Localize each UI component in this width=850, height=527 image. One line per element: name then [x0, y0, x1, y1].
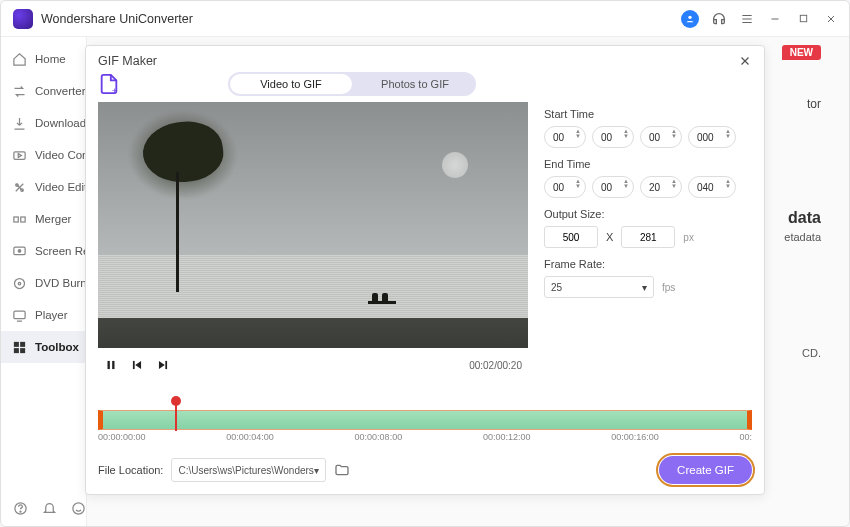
- sidebar-item-label: Toolbox: [35, 341, 79, 353]
- back-text: tor: [807, 97, 821, 111]
- output-width[interactable]: [544, 226, 598, 248]
- create-gif-button[interactable]: Create GIF: [659, 456, 752, 484]
- frame-rate-select[interactable]: 25▾: [544, 276, 654, 298]
- svg-marker-9: [18, 153, 21, 157]
- svg-point-0: [688, 15, 691, 18]
- record-icon: [11, 243, 27, 259]
- title-bar: Wondershare UniConverter: [1, 1, 849, 37]
- minimize-button[interactable]: [767, 11, 783, 27]
- start-hours[interactable]: 00▲▼: [544, 126, 586, 148]
- timeline-ruler: 00:00:00:0000:00:04:0000:00:08:0000:00:1…: [98, 432, 752, 446]
- sidebar-item-label: Video Compressor: [35, 149, 86, 161]
- bell-icon[interactable]: [42, 501, 57, 516]
- start-ms[interactable]: 000▲▼: [688, 126, 736, 148]
- svg-rect-8: [13, 151, 24, 159]
- dialog-title: GIF Maker: [98, 54, 157, 68]
- sidebar-item-player[interactable]: Player: [1, 299, 86, 331]
- sidebar-item-label: Player: [35, 309, 68, 321]
- tab-photos-to-gif[interactable]: Photos to GIF: [354, 72, 476, 96]
- start-seconds[interactable]: 00▲▼: [640, 126, 682, 148]
- svg-rect-32: [133, 361, 135, 369]
- chevron-down-icon: ▾: [642, 282, 647, 293]
- end-time-label: End Time: [544, 158, 752, 170]
- sidebar-item-label: Home: [35, 53, 66, 65]
- download-icon: [11, 115, 27, 131]
- close-window-button[interactable]: [823, 11, 839, 27]
- compress-icon: [11, 147, 27, 163]
- back-panel-caption: CD.: [802, 347, 821, 359]
- back-panel-title: data: [788, 209, 821, 227]
- svg-point-17: [18, 282, 21, 285]
- help-icon[interactable]: [13, 501, 28, 516]
- svg-point-15: [18, 249, 21, 252]
- home-icon: [11, 51, 27, 67]
- maximize-button[interactable]: [795, 11, 811, 27]
- end-ms[interactable]: 040▲▼: [688, 176, 736, 198]
- svg-rect-22: [13, 348, 18, 353]
- file-location-input[interactable]: C:\Users\ws\Pictures\Wonders▾: [171, 458, 325, 482]
- svg-text:+: +: [112, 86, 117, 95]
- back-panel-sub: etadata: [784, 231, 821, 243]
- sidebar-item-label: Video Editor: [35, 181, 86, 193]
- next-frame-button[interactable]: [156, 358, 170, 372]
- output-height[interactable]: [621, 226, 675, 248]
- sidebar-item-dvd[interactable]: DVD Burner: [1, 267, 86, 299]
- playback-controls: 00:02/00:20: [98, 352, 528, 378]
- app-logo: [13, 9, 33, 29]
- new-badge: NEW: [782, 45, 821, 60]
- svg-marker-33: [135, 361, 141, 369]
- sidebar-item-editor[interactable]: Video Editor: [1, 171, 86, 203]
- svg-rect-31: [112, 361, 114, 369]
- end-minutes[interactable]: 00▲▼: [592, 176, 634, 198]
- sidebar-item-downloader[interactable]: Downloader: [1, 107, 86, 139]
- feedback-icon[interactable]: [71, 501, 86, 516]
- svg-marker-34: [159, 361, 165, 369]
- size-unit: px: [683, 232, 694, 243]
- timeline-track[interactable]: [98, 410, 752, 430]
- time-display: 00:02/00:20: [469, 360, 522, 371]
- sidebar-item-recorder[interactable]: Screen Recorder: [1, 235, 86, 267]
- frame-unit: fps: [662, 282, 675, 293]
- sidebar-item-label: DVD Burner: [35, 277, 86, 289]
- browse-folder-icon[interactable]: [334, 462, 350, 478]
- sidebar-item-toolbox[interactable]: Toolbox: [1, 331, 86, 363]
- svg-rect-21: [20, 341, 25, 346]
- svg-rect-23: [20, 348, 25, 353]
- sidebar-item-home[interactable]: Home: [1, 43, 86, 75]
- svg-point-26: [73, 503, 84, 514]
- player-icon: [11, 307, 27, 323]
- menu-icon[interactable]: [739, 11, 755, 27]
- gif-maker-dialog: GIF Maker + Video to GIF Photos to GIF 0…: [85, 45, 765, 495]
- prev-frame-button[interactable]: [130, 358, 144, 372]
- video-preview[interactable]: [98, 102, 528, 348]
- sidebar: Home Converter Downloader Video Compress…: [1, 37, 87, 526]
- app-title: Wondershare UniConverter: [41, 12, 193, 26]
- svg-rect-5: [800, 15, 806, 21]
- add-file-icon[interactable]: +: [98, 73, 120, 95]
- svg-rect-35: [165, 361, 167, 369]
- sidebar-item-merger[interactable]: Merger: [1, 203, 86, 235]
- pause-button[interactable]: [104, 358, 118, 372]
- chevron-down-icon: ▾: [314, 465, 319, 476]
- close-icon[interactable]: [738, 54, 752, 68]
- svg-rect-13: [20, 217, 24, 222]
- merger-icon: [11, 211, 27, 227]
- sidebar-item-converter[interactable]: Converter: [1, 75, 86, 107]
- start-time-label: Start Time: [544, 108, 752, 120]
- frame-rate-label: Frame Rate:: [544, 258, 752, 270]
- playhead[interactable]: [175, 401, 177, 431]
- size-separator: X: [606, 231, 613, 243]
- end-hours[interactable]: 00▲▼: [544, 176, 586, 198]
- sidebar-item-label: Screen Recorder: [35, 245, 86, 257]
- output-size-label: Output Size:: [544, 208, 752, 220]
- support-icon[interactable]: [711, 11, 727, 27]
- tab-video-to-gif[interactable]: Video to GIF: [230, 74, 352, 94]
- converter-icon: [11, 83, 27, 99]
- sidebar-item-label: Merger: [35, 213, 71, 225]
- sidebar-item-label: Downloader: [35, 117, 86, 129]
- account-icon[interactable]: [681, 10, 699, 28]
- start-minutes[interactable]: 00▲▼: [592, 126, 634, 148]
- svg-point-16: [14, 278, 24, 288]
- end-seconds[interactable]: 20▲▼: [640, 176, 682, 198]
- sidebar-item-compressor[interactable]: Video Compressor: [1, 139, 86, 171]
